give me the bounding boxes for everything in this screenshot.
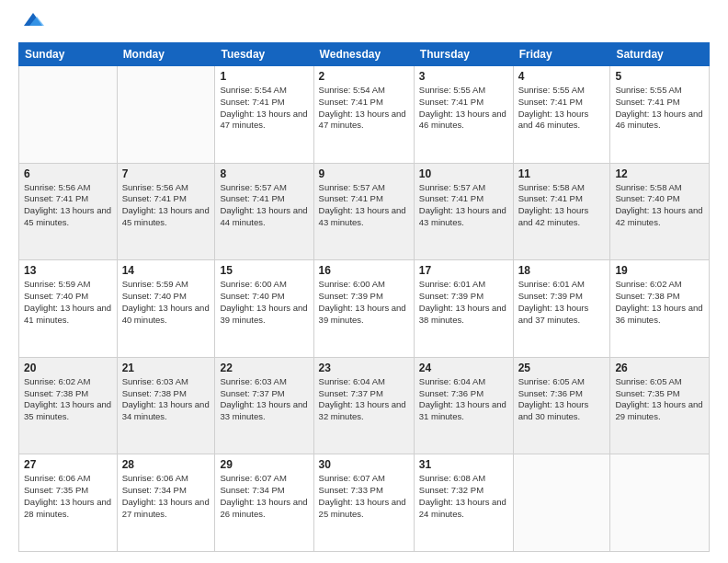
day-number: 14 — [122, 264, 210, 277]
day-info: Sunrise: 6:06 AM Sunset: 7:34 PM Dayligh… — [122, 473, 210, 520]
calendar-table: SundayMondayTuesdayWednesdayThursdayFrid… — [18, 42, 710, 552]
weekday-header-sunday: Sunday — [19, 43, 118, 66]
day-info: Sunrise: 5:55 AM Sunset: 7:41 PM Dayligh… — [615, 85, 704, 132]
calendar-cell: 10Sunrise: 5:57 AM Sunset: 7:41 PM Dayli… — [414, 163, 513, 260]
calendar-cell — [117, 66, 215, 164]
calendar-week-row: 20Sunrise: 6:02 AM Sunset: 7:38 PM Dayli… — [19, 357, 710, 454]
day-info: Sunrise: 6:05 AM Sunset: 7:36 PM Dayligh… — [518, 376, 606, 423]
logo-icon — [20, 7, 46, 33]
day-number: 20 — [24, 362, 112, 374]
calendar-cell: 2Sunrise: 5:54 AM Sunset: 7:41 PM Daylig… — [313, 66, 414, 164]
day-number: 18 — [518, 264, 606, 277]
day-number: 29 — [220, 458, 308, 471]
calendar-cell — [610, 454, 710, 552]
day-number: 24 — [419, 362, 508, 374]
day-number: 10 — [419, 167, 508, 180]
day-info: Sunrise: 5:59 AM Sunset: 7:40 PM Dayligh… — [122, 279, 210, 326]
calendar-cell: 15Sunrise: 6:00 AM Sunset: 7:40 PM Dayli… — [215, 260, 313, 358]
calendar-cell: 11Sunrise: 5:58 AM Sunset: 7:41 PM Dayli… — [513, 163, 610, 260]
day-info: Sunrise: 6:02 AM Sunset: 7:38 PM Dayligh… — [615, 279, 704, 326]
calendar-cell: 30Sunrise: 6:07 AM Sunset: 7:33 PM Dayli… — [313, 454, 414, 552]
day-number: 30 — [319, 458, 409, 471]
day-info: Sunrise: 5:56 AM Sunset: 7:41 PM Dayligh… — [122, 182, 210, 229]
calendar-body: 1Sunrise: 5:54 AM Sunset: 7:41 PM Daylig… — [19, 66, 710, 552]
calendar-cell: 18Sunrise: 6:01 AM Sunset: 7:39 PM Dayli… — [513, 260, 610, 358]
day-number: 2 — [319, 70, 409, 83]
day-info: Sunrise: 6:03 AM Sunset: 7:37 PM Dayligh… — [220, 376, 308, 423]
calendar-cell: 19Sunrise: 6:02 AM Sunset: 7:38 PM Dayli… — [610, 260, 710, 358]
calendar-cell: 25Sunrise: 6:05 AM Sunset: 7:36 PM Dayli… — [513, 357, 610, 454]
day-info: Sunrise: 6:07 AM Sunset: 7:34 PM Dayligh… — [220, 473, 308, 520]
calendar-cell: 28Sunrise: 6:06 AM Sunset: 7:34 PM Dayli… — [117, 454, 215, 552]
calendar-cell: 24Sunrise: 6:04 AM Sunset: 7:36 PM Dayli… — [414, 357, 513, 454]
calendar-week-row: 13Sunrise: 5:59 AM Sunset: 7:40 PM Dayli… — [19, 260, 710, 358]
day-info: Sunrise: 5:55 AM Sunset: 7:41 PM Dayligh… — [518, 85, 606, 132]
day-info: Sunrise: 6:03 AM Sunset: 7:38 PM Dayligh… — [122, 376, 210, 423]
day-info: Sunrise: 6:00 AM Sunset: 7:40 PM Dayligh… — [220, 279, 308, 326]
weekday-header-thursday: Thursday — [414, 43, 513, 66]
day-number: 31 — [419, 458, 508, 471]
calendar-week-row: 6Sunrise: 5:56 AM Sunset: 7:41 PM Daylig… — [19, 163, 710, 260]
day-number: 26 — [615, 362, 704, 374]
day-info: Sunrise: 5:57 AM Sunset: 7:41 PM Dayligh… — [220, 182, 308, 229]
day-number: 23 — [319, 362, 409, 374]
page: SundayMondayTuesdayWednesdayThursdayFrid… — [0, 0, 728, 563]
day-number: 22 — [220, 362, 308, 374]
day-info: Sunrise: 5:55 AM Sunset: 7:41 PM Dayligh… — [419, 85, 508, 132]
weekday-header-saturday: Saturday — [610, 43, 710, 66]
day-info: Sunrise: 5:57 AM Sunset: 7:41 PM Dayligh… — [319, 182, 409, 229]
calendar-cell: 31Sunrise: 6:08 AM Sunset: 7:32 PM Dayli… — [414, 454, 513, 552]
calendar-cell: 27Sunrise: 6:06 AM Sunset: 7:35 PM Dayli… — [19, 454, 118, 552]
day-info: Sunrise: 6:06 AM Sunset: 7:35 PM Dayligh… — [24, 473, 112, 520]
day-number: 21 — [122, 362, 210, 374]
day-info: Sunrise: 5:56 AM Sunset: 7:41 PM Dayligh… — [24, 182, 112, 229]
calendar-cell: 1Sunrise: 5:54 AM Sunset: 7:41 PM Daylig… — [215, 66, 313, 164]
day-number: 16 — [319, 264, 409, 277]
calendar-cell: 17Sunrise: 6:01 AM Sunset: 7:39 PM Dayli… — [414, 260, 513, 358]
day-number: 5 — [615, 70, 704, 83]
calendar-cell: 14Sunrise: 5:59 AM Sunset: 7:40 PM Dayli… — [117, 260, 215, 358]
day-info: Sunrise: 6:02 AM Sunset: 7:38 PM Dayligh… — [24, 376, 112, 423]
day-info: Sunrise: 6:08 AM Sunset: 7:32 PM Dayligh… — [419, 473, 508, 520]
calendar-cell — [19, 66, 118, 164]
calendar-cell: 6Sunrise: 5:56 AM Sunset: 7:41 PM Daylig… — [19, 163, 118, 260]
calendar-cell: 3Sunrise: 5:55 AM Sunset: 7:41 PM Daylig… — [414, 66, 513, 164]
calendar-cell: 21Sunrise: 6:03 AM Sunset: 7:38 PM Dayli… — [117, 357, 215, 454]
day-info: Sunrise: 5:57 AM Sunset: 7:41 PM Dayligh… — [419, 182, 508, 229]
day-number: 8 — [220, 167, 308, 180]
calendar-cell: 29Sunrise: 6:07 AM Sunset: 7:34 PM Dayli… — [215, 454, 313, 552]
weekday-header-wednesday: Wednesday — [313, 43, 414, 66]
day-info: Sunrise: 6:04 AM Sunset: 7:37 PM Dayligh… — [319, 376, 409, 423]
day-info: Sunrise: 5:54 AM Sunset: 7:41 PM Dayligh… — [319, 85, 409, 132]
day-number: 7 — [122, 167, 210, 180]
day-info: Sunrise: 6:07 AM Sunset: 7:33 PM Dayligh… — [319, 473, 409, 520]
weekday-header-monday: Monday — [117, 43, 215, 66]
calendar-cell: 8Sunrise: 5:57 AM Sunset: 7:41 PM Daylig… — [215, 163, 313, 260]
calendar-cell: 4Sunrise: 5:55 AM Sunset: 7:41 PM Daylig… — [513, 66, 610, 164]
weekday-header-tuesday: Tuesday — [215, 43, 313, 66]
calendar-cell: 9Sunrise: 5:57 AM Sunset: 7:41 PM Daylig… — [313, 163, 414, 260]
day-number: 3 — [419, 70, 508, 83]
calendar-cell: 13Sunrise: 5:59 AM Sunset: 7:40 PM Dayli… — [19, 260, 118, 358]
logo — [18, 15, 46, 33]
weekday-header-friday: Friday — [513, 43, 610, 66]
day-info: Sunrise: 6:00 AM Sunset: 7:39 PM Dayligh… — [319, 279, 409, 326]
calendar-cell: 22Sunrise: 6:03 AM Sunset: 7:37 PM Dayli… — [215, 357, 313, 454]
day-number: 11 — [518, 167, 606, 180]
calendar-cell: 7Sunrise: 5:56 AM Sunset: 7:41 PM Daylig… — [117, 163, 215, 260]
calendar-cell: 23Sunrise: 6:04 AM Sunset: 7:37 PM Dayli… — [313, 357, 414, 454]
day-number: 12 — [615, 167, 704, 180]
day-number: 15 — [220, 264, 308, 277]
calendar-cell: 26Sunrise: 6:05 AM Sunset: 7:35 PM Dayli… — [610, 357, 710, 454]
day-info: Sunrise: 6:04 AM Sunset: 7:36 PM Dayligh… — [419, 376, 508, 423]
calendar-cell: 12Sunrise: 5:58 AM Sunset: 7:40 PM Dayli… — [610, 163, 710, 260]
calendar-week-row: 27Sunrise: 6:06 AM Sunset: 7:35 PM Dayli… — [19, 454, 710, 552]
day-info: Sunrise: 5:58 AM Sunset: 7:41 PM Dayligh… — [518, 182, 606, 229]
day-info: Sunrise: 6:01 AM Sunset: 7:39 PM Dayligh… — [419, 279, 508, 326]
calendar-week-row: 1Sunrise: 5:54 AM Sunset: 7:41 PM Daylig… — [19, 66, 710, 164]
day-info: Sunrise: 5:54 AM Sunset: 7:41 PM Dayligh… — [220, 85, 308, 132]
day-info: Sunrise: 6:05 AM Sunset: 7:35 PM Dayligh… — [615, 376, 704, 423]
day-number: 28 — [122, 458, 210, 471]
calendar-cell: 16Sunrise: 6:00 AM Sunset: 7:39 PM Dayli… — [313, 260, 414, 358]
calendar-header-row: SundayMondayTuesdayWednesdayThursdayFrid… — [19, 43, 710, 66]
